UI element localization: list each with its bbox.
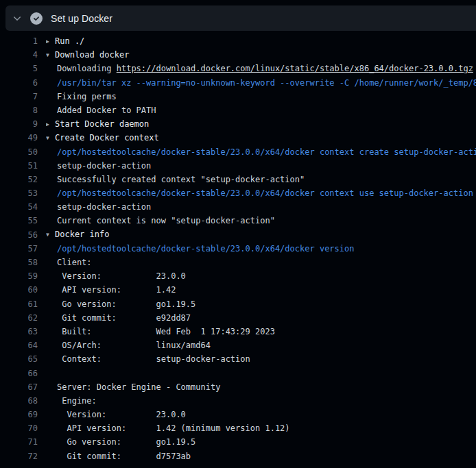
line-number[interactable]: 50: [0, 145, 38, 159]
log-text: setup-docker-action: [57, 161, 151, 171]
step-header[interactable]: Set up Docker: [5, 5, 476, 31]
log-line-content: Engine:: [46, 394, 476, 408]
log-line[interactable]: 56▼Docker info: [0, 228, 476, 242]
log-line: 51setup-docker-action: [0, 159, 476, 173]
download-url-link[interactable]: https://download.docker.com/linux/static…: [117, 64, 473, 73]
log-line: 53/opt/hostedtoolcache/docker-stable/23.…: [0, 186, 476, 200]
log-line-content: Added Docker to PATH: [46, 103, 476, 117]
log-line[interactable]: 4▼Download docker: [0, 48, 476, 62]
triangle-right-icon[interactable]: ▶: [46, 35, 55, 49]
log-text: Go version: go1.19.5: [57, 299, 195, 309]
line-number[interactable]: 54: [0, 200, 38, 214]
log-line-content: /usr/bin/tar xz --warning=no-unknown-key…: [46, 76, 476, 90]
log-line-content: setup-docker-action: [46, 200, 476, 214]
log-line-content[interactable]: ▶Start Docker daemon: [46, 117, 476, 131]
line-number[interactable]: 52: [0, 173, 38, 186]
log-text: Fixing perms: [57, 92, 117, 101]
log-line-content: Go version: go1.19.5: [46, 435, 476, 449]
log-line: 55Current context is now "setup-docker-a…: [0, 214, 476, 227]
log-line: 65 Context: setup-docker-action: [0, 352, 476, 366]
log-line: 60 API version: 1.42: [0, 283, 476, 297]
line-number[interactable]: 1: [0, 34, 38, 48]
log-line-content[interactable]: ▼Create Docker context: [46, 131, 476, 145]
line-number[interactable]: 59: [0, 269, 38, 283]
log-text: API version: 1.42 (minimum version 1.12): [57, 423, 290, 433]
step-title: Set up Docker: [51, 13, 112, 24]
log-line: 50/opt/hostedtoolcache/docker-stable/23.…: [0, 145, 476, 159]
log-line-content[interactable]: ▼Download docker: [46, 48, 476, 62]
line-number[interactable]: 51: [0, 159, 38, 173]
log-text: Server: Docker Engine - Community: [57, 382, 220, 392]
check-circle-icon: [30, 12, 43, 25]
chevron-down-icon[interactable]: [12, 13, 23, 24]
line-number[interactable]: 60: [0, 283, 38, 297]
log-line: 64 OS/Arch: linux/amd64: [0, 338, 476, 352]
log-line: 8Added Docker to PATH: [0, 103, 476, 117]
log-line-content: Context: setup-docker-action: [46, 352, 476, 366]
log-line: 72 Git commit: d7573ab: [0, 449, 476, 463]
line-number[interactable]: 6: [0, 76, 38, 90]
triangle-right-icon[interactable]: ▶: [46, 118, 55, 132]
log-line: 5Downloading https://download.docker.com…: [0, 62, 476, 75]
triangle-down-icon[interactable]: ▼: [46, 132, 55, 145]
command-text: /opt/hostedtoolcache/docker-stable/23.0.…: [57, 244, 354, 254]
line-number[interactable]: 7: [0, 90, 38, 103]
line-number[interactable]: 70: [0, 421, 38, 435]
log-line[interactable]: 49▼Create Docker context: [0, 131, 476, 145]
log-text: API version: 1.42: [57, 285, 176, 295]
log-line-content: Downloading https://download.docker.com/…: [46, 62, 476, 75]
line-number[interactable]: 62: [0, 311, 38, 325]
log-line[interactable]: 9▶Start Docker daemon: [0, 117, 476, 131]
line-number[interactable]: 58: [0, 256, 38, 269]
log-line-content: /opt/hostedtoolcache/docker-stable/23.0.…: [46, 145, 476, 159]
line-number[interactable]: 61: [0, 297, 38, 311]
log-text: Client:: [57, 258, 92, 267]
log-text: Git commit: d7573ab: [57, 452, 191, 461]
line-number[interactable]: 5: [0, 62, 38, 75]
log-line: 52Successfully created context "setup-do…: [0, 173, 476, 186]
line-number[interactable]: 8: [0, 103, 38, 117]
line-number[interactable]: 71: [0, 435, 38, 449]
log-line-content: Fixing perms: [46, 90, 476, 103]
log-line-content[interactable]: ▼Docker info: [46, 228, 476, 242]
line-number[interactable]: 9: [0, 117, 38, 131]
log-line-content: Go version: go1.19.5: [46, 297, 476, 311]
log-line[interactable]: 1▶Run ./: [0, 34, 476, 48]
log-line: 63 Built: Wed Feb 1 17:43:29 2023: [0, 325, 476, 338]
line-number[interactable]: 49: [0, 131, 38, 145]
log-text: Successfully created context "setup-dock…: [57, 175, 305, 184]
log-line-content: OS/Arch: linux/amd64: [46, 338, 476, 352]
line-number[interactable]: 67: [0, 380, 38, 394]
line-number[interactable]: 56: [0, 228, 38, 242]
line-number[interactable]: 68: [0, 394, 38, 408]
line-number[interactable]: 66: [0, 367, 38, 380]
triangle-down-icon[interactable]: ▼: [46, 49, 55, 62]
log-line: 68 Engine:: [0, 394, 476, 408]
line-number[interactable]: 64: [0, 338, 38, 352]
log-line-content: API version: 1.42: [46, 283, 476, 297]
log-text: OS/Arch: linux/amd64: [57, 341, 211, 350]
log-text: Built: Wed Feb 1 17:43:29 2023: [57, 327, 275, 336]
log-line-content: Current context is now "setup-docker-act…: [46, 214, 476, 227]
log-line-content[interactable]: ▶Run ./: [46, 34, 476, 48]
line-number[interactable]: 4: [0, 48, 38, 62]
line-number[interactable]: 69: [0, 408, 38, 421]
line-number[interactable]: 65: [0, 352, 38, 366]
line-number[interactable]: 53: [0, 186, 38, 200]
log-line: 66: [0, 367, 476, 380]
log-line: 57/opt/hostedtoolcache/docker-stable/23.…: [0, 242, 476, 256]
log-line: 58Client:: [0, 256, 476, 269]
log-line: 6/usr/bin/tar xz --warning=no-unknown-ke…: [0, 76, 476, 90]
line-number[interactable]: 57: [0, 242, 38, 256]
command-text: /usr/bin/tar xz --warning=no-unknown-key…: [57, 78, 476, 88]
log-text: Added Docker to PATH: [57, 106, 156, 115]
line-number[interactable]: 55: [0, 214, 38, 227]
line-number[interactable]: 63: [0, 325, 38, 338]
line-number[interactable]: 72: [0, 449, 38, 463]
log-text: setup-docker-action: [57, 202, 151, 212]
triangle-down-icon[interactable]: ▼: [46, 228, 55, 242]
log-line: 71 Go version: go1.19.5: [0, 435, 476, 449]
log-line-content: Built: Wed Feb 1 17:43:29 2023: [46, 325, 476, 338]
command-text: /opt/hostedtoolcache/docker-stable/23.0.…: [57, 147, 476, 157]
log-line-content: Version: 23.0.0: [46, 408, 476, 421]
